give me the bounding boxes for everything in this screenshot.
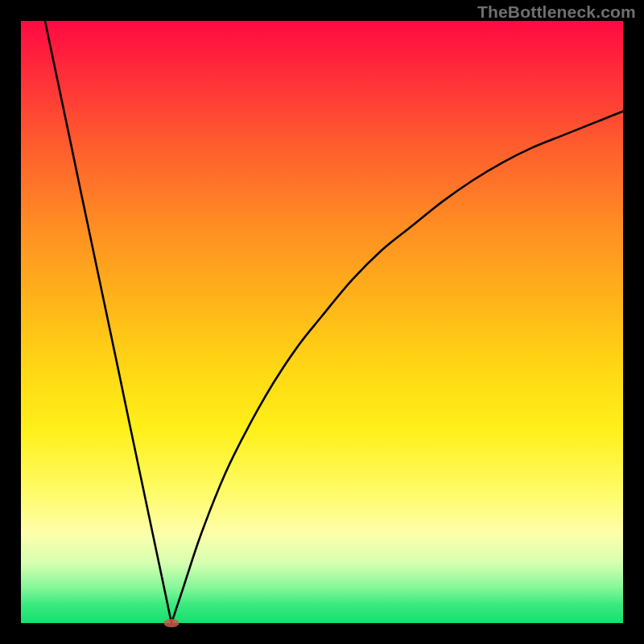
curve-left-branch	[45, 21, 171, 623]
attribution-text: TheBottleneck.com	[477, 2, 636, 22]
chart-plot-area	[21, 21, 623, 623]
chart-svg	[21, 21, 623, 623]
curve-right-branch	[171, 111, 623, 623]
minimum-marker	[163, 619, 179, 627]
